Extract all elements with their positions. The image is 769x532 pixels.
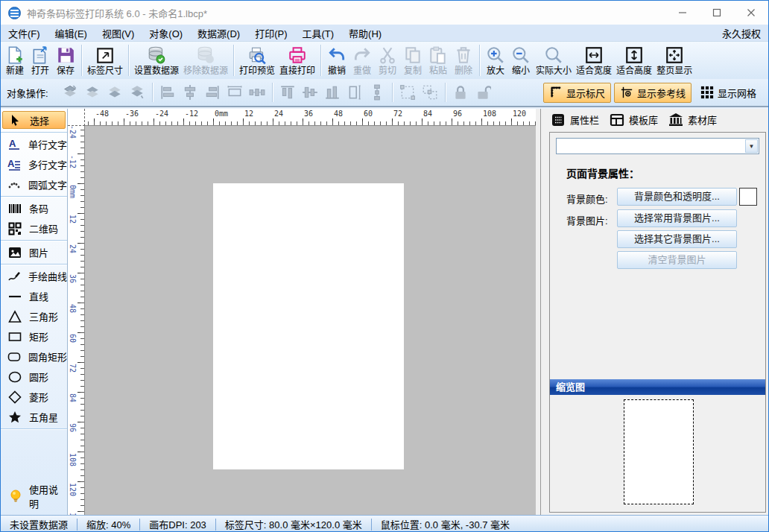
fit-width-button[interactable]: 适合宽度 <box>574 45 614 77</box>
show-guides-toggle[interactable]: 显示参考线 <box>614 83 692 103</box>
status-mouse-position: 鼠标位置: 0.0 毫米, -30.7 毫米 <box>372 517 519 531</box>
print-preview-button[interactable]: 打印预览 <box>237 45 277 77</box>
label-size-button[interactable]: 标签尺寸 <box>85 45 125 77</box>
tool-star[interactable]: 五角星 <box>1 407 67 427</box>
zoom-in-button[interactable]: 放大 <box>483 45 508 77</box>
toolbar-separator <box>128 45 129 76</box>
panel-splitter[interactable] <box>536 109 545 515</box>
chevron-down-icon[interactable]: ▼ <box>745 139 758 153</box>
materials-icon <box>668 113 683 127</box>
label-size-icon <box>95 45 115 66</box>
tool-circle[interactable]: 圆形 <box>1 367 67 387</box>
menu-object[interactable]: 对象(O) <box>142 25 190 42</box>
unlock-icon <box>473 83 493 101</box>
redo-button: 重做 <box>349 45 375 77</box>
paste-button: 粘贴 <box>425 45 451 77</box>
status-datasource: 未设置数据源 <box>1 517 77 531</box>
align-center-h-icon <box>180 83 200 101</box>
tool-qrcode[interactable]: 二维码 <box>1 218 67 238</box>
triangle-icon <box>6 310 24 323</box>
align-left-icon <box>158 83 177 101</box>
menu-help[interactable]: 帮助(H) <box>341 25 389 42</box>
save-icon <box>56 45 75 66</box>
menu-edit[interactable]: 编辑(E) <box>48 25 95 42</box>
ruler-icon <box>549 86 563 99</box>
view-toggles: 显示标尺 显示参考线 显示网格 <box>540 83 762 103</box>
guides-icon <box>620 86 633 99</box>
remove-datasource-icon <box>196 45 215 66</box>
help-button[interactable]: 使用说明 <box>1 482 67 510</box>
thumbnail-page[interactable] <box>624 399 694 504</box>
tool-arc-text[interactable]: 圆弧文字 <box>1 174 67 194</box>
undo-button[interactable]: 撤销 <box>324 45 349 77</box>
show-ruler-toggle[interactable]: 显示标尺 <box>543 83 611 103</box>
ruler-h-label: -12 <box>185 110 198 118</box>
show-grid-toggle[interactable]: 显示网格 <box>694 83 762 103</box>
thumbnail-area <box>550 395 765 512</box>
ruler-h-label: 96 <box>453 110 462 118</box>
save-button[interactable]: 保存 <box>53 45 78 77</box>
tool-image[interactable]: 图片 <box>1 242 67 262</box>
toolbar-separator <box>233 45 234 76</box>
status-dpi: 画布DPI: 203 <box>140 517 215 531</box>
bg-color-swatch[interactable] <box>739 188 757 206</box>
new-button[interactable]: 新建 <box>2 45 28 77</box>
svg-text:A: A <box>7 158 15 169</box>
fit-height-button[interactable]: 适合高度 <box>614 45 654 77</box>
window-controls <box>665 1 768 25</box>
bg-color-button[interactable]: 背景颜色和透明度... <box>617 188 737 206</box>
menu-view[interactable]: 视图(V) <box>95 25 142 42</box>
object-selector-combo[interactable]: ▼ <box>556 138 759 154</box>
properties-icon <box>551 113 566 127</box>
tool-single-line-text[interactable]: A 单行文字 <box>1 134 67 154</box>
choose-other-bg-button[interactable]: 选择其它背景图片... <box>617 230 737 248</box>
ruler-v-label: 0mm <box>69 185 77 198</box>
choose-common-bg-button[interactable]: 选择常用背景图片... <box>617 209 737 227</box>
set-datasource-button[interactable]: 设置数据源 <box>132 45 181 77</box>
tool-select[interactable]: 选择 <box>2 111 66 129</box>
ruler-h-label: 0mm <box>215 110 228 118</box>
tool-line[interactable]: 直线 <box>1 286 67 306</box>
undo-icon <box>327 45 346 66</box>
cut-button: 剪切 <box>375 45 400 77</box>
tool-barcode[interactable]: 条码 <box>1 198 67 218</box>
zoom-out-button[interactable]: 缩小 <box>508 45 534 77</box>
tool-rounded-rectangle[interactable]: 圆角矩形 <box>1 346 67 367</box>
fit-height-icon <box>624 45 644 66</box>
tab-properties[interactable]: 属性栏 <box>551 113 599 127</box>
sidebar-separator <box>1 264 67 265</box>
tool-freehand-curve[interactable]: 手绘曲线 <box>1 266 67 286</box>
design-canvas[interactable] <box>85 126 536 515</box>
menu-tools[interactable]: 工具(T) <box>294 25 341 42</box>
actual-size-button[interactable]: 实际大小 <box>534 45 574 77</box>
tool-sidebar: 选择 A 单行文字 A 多行文字 圆弧文字 条码 二维码 图片 <box>1 109 68 515</box>
zoom-in-icon <box>486 45 505 66</box>
close-button[interactable] <box>734 1 768 25</box>
tool-multi-line-text[interactable]: A 多行文字 <box>1 154 67 174</box>
menu-datasource[interactable]: 数据源(D) <box>190 25 247 42</box>
delete-icon <box>454 45 473 66</box>
tool-rectangle[interactable]: 矩形 <box>1 326 67 346</box>
align-top-icon <box>278 83 297 101</box>
menu-print[interactable]: 打印(P) <box>247 25 294 42</box>
actual-size-icon <box>544 45 563 66</box>
maximize-button[interactable] <box>700 1 734 25</box>
minimize-button[interactable] <box>665 1 700 25</box>
ruler-corner <box>68 109 85 126</box>
tab-materials[interactable]: 素材库 <box>668 113 717 127</box>
thumbnail-header: 缩览图 <box>550 379 765 395</box>
tab-templates[interactable]: 模板库 <box>610 113 658 127</box>
full-page-button[interactable]: 整页显示 <box>654 45 694 77</box>
tool-triangle[interactable]: 三角形 <box>1 306 67 326</box>
circle-icon <box>6 370 24 384</box>
right-panel: 属性栏 模板库 素材库 ▼ 页面背景属性： 背景颜色: 背景颜色和透明度... … <box>545 109 769 515</box>
menu-file[interactable]: 文件(F) <box>1 25 48 42</box>
print-preview-icon <box>247 45 267 66</box>
label-page[interactable] <box>213 183 404 469</box>
title-bar: 神奇条码标签打印系统 6.0 - 未命名1.lbcp* <box>1 1 768 25</box>
direct-print-button[interactable]: 直接打印 <box>277 45 317 77</box>
group-icon <box>398 83 417 101</box>
ruler-h-label: 12 <box>244 110 253 118</box>
tool-diamond[interactable]: 菱形 <box>1 387 67 407</box>
open-button[interactable]: 打开 <box>28 45 53 77</box>
